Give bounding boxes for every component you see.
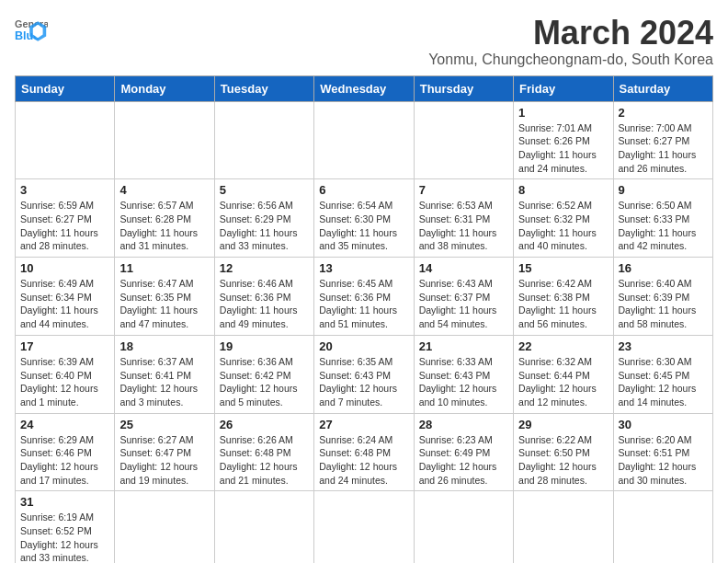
calendar-cell: 21Sunrise: 6:33 AM Sunset: 6:43 PM Dayli… bbox=[414, 335, 513, 413]
week-row-4: 17Sunrise: 6:39 AM Sunset: 6:40 PM Dayli… bbox=[16, 335, 713, 413]
calendar-cell: 15Sunrise: 6:42 AM Sunset: 6:38 PM Dayli… bbox=[514, 258, 613, 336]
day-info: Sunrise: 6:50 AM Sunset: 6:33 PM Dayligh… bbox=[619, 199, 708, 253]
day-info: Sunrise: 6:32 AM Sunset: 6:44 PM Dayligh… bbox=[518, 355, 608, 409]
calendar-cell: 11Sunrise: 6:47 AM Sunset: 6:35 PM Dayli… bbox=[115, 258, 214, 336]
calendar-cell bbox=[514, 491, 613, 563]
day-info: Sunrise: 6:36 AM Sunset: 6:42 PM Dayligh… bbox=[220, 355, 309, 409]
calendar-cell bbox=[115, 491, 214, 563]
weekday-header-row: SundayMondayTuesdayWednesdayThursdayFrid… bbox=[16, 75, 713, 101]
calendar-cell: 25Sunrise: 6:27 AM Sunset: 6:47 PM Dayli… bbox=[115, 413, 214, 491]
day-info: Sunrise: 6:54 AM Sunset: 6:30 PM Dayligh… bbox=[319, 199, 408, 253]
day-info: Sunrise: 6:42 AM Sunset: 6:38 PM Dayligh… bbox=[518, 277, 608, 331]
generalblue-logo-icon: General Blue bbox=[15, 15, 48, 48]
day-number: 6 bbox=[319, 183, 408, 197]
calendar-cell: 14Sunrise: 6:43 AM Sunset: 6:37 PM Dayli… bbox=[414, 258, 513, 336]
day-info: Sunrise: 6:40 AM Sunset: 6:39 PM Dayligh… bbox=[619, 277, 708, 331]
calendar-cell bbox=[414, 101, 513, 179]
calendar-cell: 1Sunrise: 7:01 AM Sunset: 6:26 PM Daylig… bbox=[514, 101, 613, 179]
day-number: 3 bbox=[20, 183, 109, 197]
calendar-cell: 22Sunrise: 6:32 AM Sunset: 6:44 PM Dayli… bbox=[514, 335, 613, 413]
calendar-cell: 24Sunrise: 6:29 AM Sunset: 6:46 PM Dayli… bbox=[16, 413, 115, 491]
calendar-cell: 23Sunrise: 6:30 AM Sunset: 6:45 PM Dayli… bbox=[613, 335, 712, 413]
day-number: 14 bbox=[419, 261, 508, 275]
day-info: Sunrise: 6:35 AM Sunset: 6:43 PM Dayligh… bbox=[319, 355, 408, 409]
day-info: Sunrise: 6:26 AM Sunset: 6:48 PM Dayligh… bbox=[220, 433, 309, 488]
week-row-1: 1Sunrise: 7:01 AM Sunset: 6:26 PM Daylig… bbox=[16, 101, 713, 179]
calendar-cell: 7Sunrise: 6:53 AM Sunset: 6:31 PM Daylig… bbox=[414, 179, 513, 258]
day-number: 26 bbox=[220, 418, 309, 431]
weekday-header-thursday: Thursday bbox=[414, 75, 513, 101]
calendar-cell: 3Sunrise: 6:59 AM Sunset: 6:27 PM Daylig… bbox=[16, 179, 115, 258]
day-number: 2 bbox=[619, 106, 708, 120]
calendar-header: General Blue March 2024 Yonmu, Chungcheo… bbox=[15, 15, 713, 68]
day-info: Sunrise: 6:39 AM Sunset: 6:40 PM Dayligh… bbox=[20, 355, 109, 409]
calendar-cell: 29Sunrise: 6:22 AM Sunset: 6:50 PM Dayli… bbox=[514, 413, 613, 491]
day-number: 8 bbox=[518, 183, 608, 197]
day-number: 9 bbox=[619, 183, 708, 197]
calendar-cell bbox=[613, 491, 712, 563]
day-number: 27 bbox=[319, 418, 408, 431]
calendar-cell bbox=[115, 101, 214, 179]
day-number: 25 bbox=[119, 418, 209, 431]
day-info: Sunrise: 6:59 AM Sunset: 6:27 PM Dayligh… bbox=[20, 199, 109, 253]
day-info: Sunrise: 6:57 AM Sunset: 6:28 PM Dayligh… bbox=[119, 199, 209, 253]
day-info: Sunrise: 6:22 AM Sunset: 6:50 PM Dayligh… bbox=[518, 433, 608, 488]
day-info: Sunrise: 6:56 AM Sunset: 6:29 PM Dayligh… bbox=[220, 199, 309, 253]
calendar-table: SundayMondayTuesdayWednesdayThursdayFrid… bbox=[15, 75, 713, 563]
calendar-cell: 17Sunrise: 6:39 AM Sunset: 6:40 PM Dayli… bbox=[16, 335, 115, 413]
week-row-5: 24Sunrise: 6:29 AM Sunset: 6:46 PM Dayli… bbox=[16, 413, 713, 491]
weekday-header-sunday: Sunday bbox=[16, 75, 115, 101]
day-number: 1 bbox=[518, 106, 608, 120]
day-number: 28 bbox=[419, 418, 508, 431]
calendar-cell: 2Sunrise: 7:00 AM Sunset: 6:27 PM Daylig… bbox=[613, 101, 712, 179]
day-info: Sunrise: 6:30 AM Sunset: 6:45 PM Dayligh… bbox=[619, 355, 708, 409]
calendar-cell bbox=[16, 101, 115, 179]
week-row-3: 10Sunrise: 6:49 AM Sunset: 6:34 PM Dayli… bbox=[16, 258, 713, 336]
calendar-cell bbox=[214, 101, 313, 179]
day-number: 21 bbox=[419, 339, 508, 353]
calendar-cell: 31Sunrise: 6:19 AM Sunset: 6:52 PM Dayli… bbox=[16, 491, 115, 563]
day-info: Sunrise: 6:29 AM Sunset: 6:46 PM Dayligh… bbox=[20, 433, 109, 488]
calendar-cell: 8Sunrise: 6:52 AM Sunset: 6:32 PM Daylig… bbox=[514, 179, 613, 258]
day-number: 17 bbox=[20, 339, 109, 353]
day-number: 29 bbox=[518, 418, 608, 431]
calendar-cell: 10Sunrise: 6:49 AM Sunset: 6:34 PM Dayli… bbox=[16, 258, 115, 336]
week-row-2: 3Sunrise: 6:59 AM Sunset: 6:27 PM Daylig… bbox=[16, 179, 713, 258]
day-info: Sunrise: 6:19 AM Sunset: 6:52 PM Dayligh… bbox=[20, 511, 109, 563]
day-info: Sunrise: 6:47 AM Sunset: 6:35 PM Dayligh… bbox=[119, 277, 209, 331]
day-number: 30 bbox=[619, 418, 708, 431]
calendar-cell: 5Sunrise: 6:56 AM Sunset: 6:29 PM Daylig… bbox=[214, 179, 313, 258]
weekday-header-wednesday: Wednesday bbox=[314, 75, 414, 101]
day-number: 16 bbox=[619, 261, 708, 275]
calendar-cell: 9Sunrise: 6:50 AM Sunset: 6:33 PM Daylig… bbox=[613, 179, 712, 258]
logo: General Blue bbox=[15, 15, 48, 48]
day-info: Sunrise: 6:52 AM Sunset: 6:32 PM Dayligh… bbox=[518, 199, 608, 253]
calendar-subtitle: Yonmu, Chungcheongnam-do, South Korea bbox=[428, 52, 713, 68]
calendar-cell: 4Sunrise: 6:57 AM Sunset: 6:28 PM Daylig… bbox=[115, 179, 214, 258]
weekday-header-tuesday: Tuesday bbox=[214, 75, 313, 101]
day-number: 13 bbox=[319, 261, 408, 275]
day-info: Sunrise: 6:46 AM Sunset: 6:36 PM Dayligh… bbox=[220, 277, 309, 331]
day-info: Sunrise: 6:37 AM Sunset: 6:41 PM Dayligh… bbox=[119, 355, 209, 409]
day-number: 20 bbox=[319, 339, 408, 353]
weekday-header-friday: Friday bbox=[514, 75, 613, 101]
day-number: 5 bbox=[220, 183, 309, 197]
calendar-cell bbox=[214, 491, 313, 563]
calendar-cell: 20Sunrise: 6:35 AM Sunset: 6:43 PM Dayli… bbox=[314, 335, 414, 413]
day-number: 18 bbox=[119, 339, 209, 353]
calendar-cell: 18Sunrise: 6:37 AM Sunset: 6:41 PM Dayli… bbox=[115, 335, 214, 413]
calendar-cell: 26Sunrise: 6:26 AM Sunset: 6:48 PM Dayli… bbox=[214, 413, 313, 491]
day-number: 10 bbox=[20, 261, 109, 275]
calendar-cell bbox=[314, 491, 414, 563]
day-info: Sunrise: 6:23 AM Sunset: 6:49 PM Dayligh… bbox=[419, 433, 508, 488]
calendar-cell: 27Sunrise: 6:24 AM Sunset: 6:48 PM Dayli… bbox=[314, 413, 414, 491]
day-info: Sunrise: 6:27 AM Sunset: 6:47 PM Dayligh… bbox=[119, 433, 209, 488]
day-info: Sunrise: 6:45 AM Sunset: 6:36 PM Dayligh… bbox=[319, 277, 408, 331]
day-number: 11 bbox=[119, 261, 209, 275]
day-number: 12 bbox=[220, 261, 309, 275]
calendar-cell: 13Sunrise: 6:45 AM Sunset: 6:36 PM Dayli… bbox=[314, 258, 414, 336]
day-number: 15 bbox=[518, 261, 608, 275]
day-info: Sunrise: 7:01 AM Sunset: 6:26 PM Dayligh… bbox=[518, 121, 608, 176]
day-info: Sunrise: 6:20 AM Sunset: 6:51 PM Dayligh… bbox=[619, 433, 708, 488]
calendar-cell: 16Sunrise: 6:40 AM Sunset: 6:39 PM Dayli… bbox=[613, 258, 712, 336]
